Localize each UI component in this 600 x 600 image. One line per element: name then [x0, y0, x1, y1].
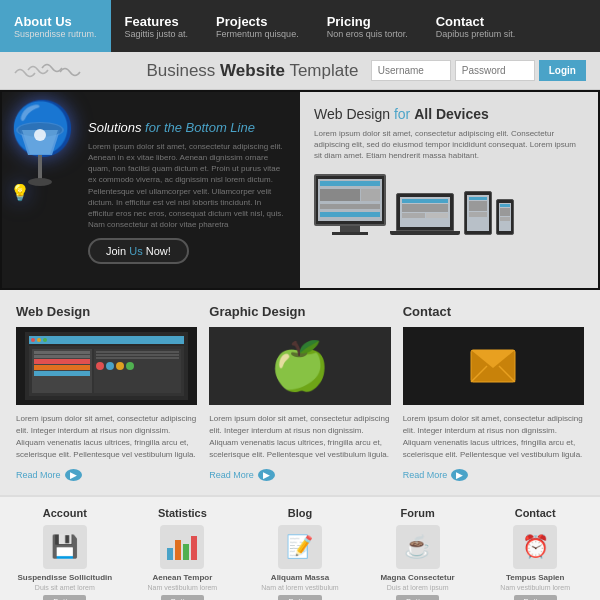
blog-icon-label: Aliquam Massa: [271, 573, 329, 582]
footer-account-title: Account: [43, 507, 87, 519]
graphic-design-heading: Graphic Design: [209, 304, 390, 319]
nav-sub-features: Sagittis justo at.: [125, 29, 189, 39]
lamp-shape: [8, 100, 72, 203]
three-columns: Web Design: [0, 290, 600, 495]
nav-item-about[interactable]: About Us Suspendisse rutrum.: [0, 0, 111, 52]
contact-thumb: [403, 327, 584, 405]
nav-item-projects[interactable]: Projects Fermentum quisque.: [202, 0, 313, 52]
graphic-design-read-more[interactable]: Read More ▶: [209, 469, 275, 481]
contact-icon-label: Tempus Sapien: [506, 573, 565, 582]
web-design-text: Lorem ipsum dolor sit amet, consectetur …: [314, 128, 584, 162]
web-design-title: Web Design for All Devices: [314, 106, 584, 122]
nav-sub-projects: Fermentum quisque.: [216, 29, 299, 39]
forum-icon-box: ☕: [396, 525, 440, 569]
dark-left-panel: 🔵💡 Solutions for the Bottom Line Lorem i…: [2, 92, 300, 288]
footer-statistics-title: Statistics: [158, 507, 207, 519]
contact-footer-button[interactable]: Button: [514, 595, 557, 600]
col-web-design: Web Design: [10, 304, 203, 481]
dark-right-panel: Web Design for All Devices Lorem ipsum d…: [300, 92, 598, 288]
contact-text: Lorem ipsum dolor sit amet, consectetur …: [403, 413, 584, 461]
footer-col-statistics: Statistics Aenean Tempor Nam vestibulum …: [132, 507, 232, 600]
graphic-design-text: Lorem ipsum dolor sit amet, consectetur …: [209, 413, 390, 461]
statistics-icon-box: [160, 525, 204, 569]
nav-item-features[interactable]: Features Sagittis justo at.: [111, 0, 203, 52]
col-contact: Contact Lorem ipsum dolor sit amet, cons…: [397, 304, 590, 481]
footer-contact-title: Contact: [515, 507, 556, 519]
footer-col-contact: Contact ⏰ Tempus Sapien Nam vestibulum l…: [485, 507, 585, 600]
footer-col-blog: Blog 📝 Aliquam Massa Nam at lorem vestib…: [250, 507, 350, 600]
nav-label-features: Features: [125, 14, 189, 29]
birds-decoration: [10, 58, 130, 90]
nav-item-contact[interactable]: Contact Dapibus pretium sit.: [422, 0, 530, 52]
contact-read-more-arrow-icon: ▶: [451, 469, 468, 481]
footer-forum-title: Forum: [400, 507, 434, 519]
join-now-button[interactable]: Join Us Now!: [88, 238, 189, 264]
contact-heading: Contact: [403, 304, 584, 319]
login-form: Login: [371, 60, 586, 81]
svg-rect-14: [183, 544, 189, 560]
account-icon-sub: Duis sit amet lorem: [35, 584, 95, 591]
web-design-text: Lorem ipsum dolor sit amet, consectetur …: [16, 413, 197, 461]
nav-bar: About Us Suspendisse rutrum. Features Sa…: [0, 0, 600, 52]
nav-label-about: About Us: [14, 14, 97, 29]
svg-rect-13: [175, 540, 181, 560]
web-design-read-more[interactable]: Read More ▶: [16, 469, 82, 481]
nav-sub-about: Suspendisse rutrum.: [14, 29, 97, 39]
forum-icon-sub: Duis at lorem ipsum: [387, 584, 449, 591]
nav-sub-contact: Dapibus pretium sit.: [436, 29, 516, 39]
nav-sub-pricing: Non eros quis tortor.: [327, 29, 408, 39]
forum-button[interactable]: Button: [396, 595, 439, 600]
devices-illustration: [314, 174, 584, 235]
svg-rect-2: [38, 155, 42, 180]
forum-icon-label: Magna Consectetur: [380, 573, 454, 582]
graphic-read-more-arrow-icon: ▶: [258, 469, 275, 481]
statistics-icon-sub: Nam vestibulum lorem: [148, 584, 218, 591]
blog-icon-box: 📝: [278, 525, 322, 569]
nav-label-pricing: Pricing: [327, 14, 408, 29]
web-design-thumb: [16, 327, 197, 405]
footer-col-account: Account 💾 Suspendisse Sollicitudin Duis …: [15, 507, 115, 600]
svg-rect-12: [167, 548, 173, 560]
username-input[interactable]: [371, 60, 451, 81]
nav-label-projects: Projects: [216, 14, 299, 29]
svg-rect-15: [191, 536, 197, 560]
contact-read-more[interactable]: Read More ▶: [403, 469, 469, 481]
dark-section: 🔵💡 Solutions for the Bottom Line Lorem i…: [0, 90, 600, 290]
statistics-icon-label: Aenean Tempor: [152, 573, 212, 582]
col-graphic-design: Graphic Design 🍏 Lorem ipsum dolor sit a…: [203, 304, 396, 481]
account-icon-box: 💾: [43, 525, 87, 569]
svg-point-3: [28, 178, 52, 186]
blog-icon-sub: Nam at lorem vestibulum: [261, 584, 338, 591]
footer-columns: Account 💾 Suspendisse Sollicitudin Duis …: [6, 507, 594, 600]
statistics-button[interactable]: Button: [161, 595, 204, 600]
footer-col-forum: Forum ☕ Magna Consectetur Duis at lorem …: [368, 507, 468, 600]
contact-icon-sub: Nam vestibulum lorem: [500, 584, 570, 591]
account-icon-label: Suspendisse Sollicitudin: [17, 573, 112, 582]
password-input[interactable]: [455, 60, 535, 81]
nav-label-contact: Contact: [436, 14, 516, 29]
contact-icon-box: ⏰: [513, 525, 557, 569]
svg-point-6: [34, 129, 46, 141]
blog-button[interactable]: Button: [278, 595, 321, 600]
hero-header: Business Website Template Login: [0, 52, 600, 90]
dark-body-text: Lorem ipsum dolor sit amet, consectetur …: [88, 141, 286, 231]
footer-blog-title: Blog: [288, 507, 312, 519]
read-more-arrow-icon: ▶: [65, 469, 82, 481]
account-button[interactable]: Button: [43, 595, 86, 600]
tagline: Solutions for the Bottom Line: [88, 120, 286, 135]
web-design-heading: Web Design: [16, 304, 197, 319]
login-button[interactable]: Login: [539, 60, 586, 81]
nav-item-pricing[interactable]: Pricing Non eros quis tortor.: [313, 0, 422, 52]
graphic-design-thumb: 🍏: [209, 327, 390, 405]
footer: Account 💾 Suspendisse Sollicitudin Duis …: [0, 495, 600, 600]
site-title: Business Website Template: [146, 61, 358, 81]
